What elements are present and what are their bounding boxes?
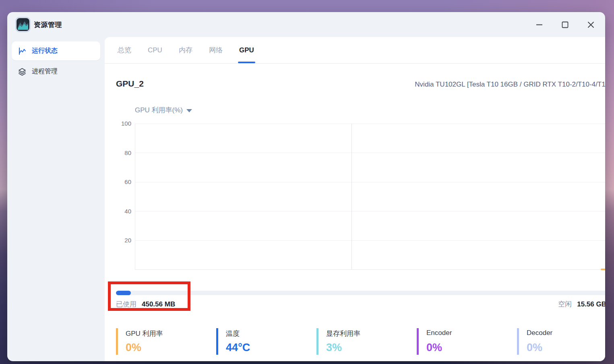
tab-gpu[interactable]: GPU [239, 37, 254, 63]
y-tick: 40 [124, 207, 131, 214]
stat-label: 温度 [226, 329, 316, 338]
memory-used-value: 450.56 MB [142, 300, 175, 308]
stat-value: 44°C [226, 342, 316, 353]
memory-free-label: 空闲 [558, 300, 572, 309]
window-controls [535, 21, 595, 29]
chart-title: GPU 利用率(%) [135, 105, 183, 115]
chart-metric-selector[interactable]: GPU 利用率(%) [135, 105, 605, 115]
chart-plot-area [135, 124, 605, 270]
stat-encoder: Encoder 0% [417, 328, 517, 355]
gridline [135, 153, 605, 153]
memory-free-value: 15.56 GB [577, 300, 605, 308]
app-title: 资源管理 [34, 20, 62, 29]
stat-label: Encoder [426, 329, 517, 337]
y-tick: 80 [124, 149, 131, 156]
app-logo-icon [16, 18, 30, 31]
memory-used: 已使用 450.56 MB [116, 300, 175, 309]
y-tick: 100 [121, 120, 131, 127]
stat-label: Decoder [527, 329, 605, 337]
tab-overview[interactable]: 总览 [118, 37, 131, 63]
stat-decoder: Decoder 0% [517, 328, 605, 355]
utilization-line-segment [601, 269, 605, 270]
y-tick: 20 [124, 237, 131, 244]
gpu-name: GPU_2 [116, 79, 144, 89]
memory-used-label: 已使用 [116, 300, 136, 309]
sidebar-item-label: 进程管理 [32, 67, 58, 76]
stat-vram-utilization: 显存利用率 3% [316, 328, 417, 355]
gridline [135, 182, 605, 182]
gpu-model: Nvidia TU102GL [Tesla T10 16GB / GRID RT… [415, 81, 605, 89]
memory-usage-labels: 已使用 450.56 MB 空闲 15.56 GB [116, 300, 605, 309]
gpu-stats-row: GPU 利用率 0% 温度 44°C 显存利用率 3% Encoder 0% [116, 328, 605, 355]
gridline [135, 240, 605, 241]
stat-temperature: 温度 44°C [216, 328, 316, 355]
sidebar: 运行状态 进程管理 [7, 37, 105, 361]
stat-label: 显存利用率 [326, 329, 417, 338]
memory-usage-section: 已使用 450.56 MB 空闲 15.56 GB [116, 291, 605, 309]
sidebar-item-process-management[interactable]: 进程管理 [12, 62, 100, 81]
stat-value: 0% [527, 342, 605, 353]
gpu-panel: GPU_2 Nvidia TU102GL [Tesla T10 16GB / G… [105, 64, 605, 361]
minimize-icon[interactable] [535, 21, 543, 29]
stat-label: GPU 利用率 [126, 329, 216, 338]
chevron-down-icon [186, 109, 192, 112]
desktop-wallpaper: { "window": { "title": "资源管理" }, "window… [0, 0, 614, 364]
memory-free: 空闲 15.56 GB [558, 300, 605, 309]
close-icon[interactable] [587, 21, 595, 29]
layers-icon [18, 67, 27, 76]
y-tick: 60 [124, 178, 131, 185]
titlebar: 资源管理 [7, 12, 605, 37]
sidebar-item-label: 运行状态 [32, 47, 58, 55]
app-window: 资源管理 运行状态 [7, 12, 605, 361]
utilization-chart: 100 80 60 40 20 [116, 124, 605, 270]
app-identity: 资源管理 [16, 18, 62, 31]
line-chart-icon [18, 47, 27, 56]
gpu-header: GPU_2 Nvidia TU102GL [Tesla T10 16GB / G… [116, 79, 605, 89]
memory-usage-bar [116, 291, 605, 295]
tab-cpu[interactable]: CPU [148, 37, 162, 63]
stat-value: 0% [426, 342, 517, 353]
main-panel: 总览 CPU 内存 网络 GPU GPU_2 Nvidia TU102GL [T… [105, 37, 605, 361]
tab-memory[interactable]: 内存 [179, 37, 192, 63]
chart-y-axis: 100 80 60 40 20 [116, 124, 135, 270]
stat-gpu-utilization: GPU 利用率 0% [116, 328, 216, 355]
memory-used-fill [116, 291, 131, 295]
tab-network[interactable]: 网络 [209, 37, 223, 63]
gridline-vertical [351, 124, 352, 269]
window-body: 运行状态 进程管理 总览 CPU 内存 网络 GPU [7, 37, 605, 361]
gridline [135, 124, 605, 124]
tab-bar: 总览 CPU 内存 网络 GPU [105, 37, 605, 64]
stat-value: 0% [126, 342, 216, 353]
gridline [135, 211, 605, 211]
stat-value: 3% [326, 342, 417, 353]
maximize-icon[interactable] [561, 21, 569, 29]
sidebar-item-running-status[interactable]: 运行状态 [12, 41, 100, 60]
